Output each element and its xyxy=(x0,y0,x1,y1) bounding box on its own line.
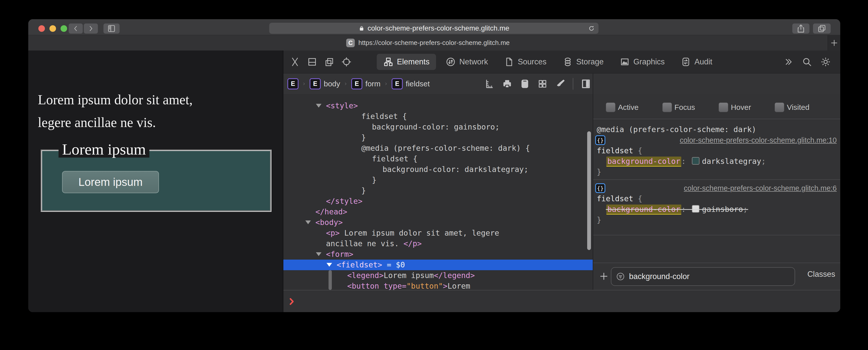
disclosure-triangle-icon[interactable] xyxy=(316,104,321,108)
dom-row[interactable]: fieldset { xyxy=(283,111,593,122)
inspector-tab-graphics[interactable]: Graphics xyxy=(613,54,671,70)
css-selector: fieldset xyxy=(597,146,633,155)
pseudo-state-visited[interactable]: Visited xyxy=(775,103,809,112)
dom-segment-txt: } xyxy=(361,186,366,195)
lock-icon xyxy=(359,25,365,32)
breadcrumb-item-body[interactable]: Ebody xyxy=(310,78,340,89)
rule-source-link[interactable]: color-scheme-prefers-color-scheme.glitch… xyxy=(680,135,837,145)
dom-row[interactable]: fieldset { xyxy=(283,153,593,164)
pseudo-state-active[interactable]: Active xyxy=(606,103,639,112)
pseudo-state-focus[interactable]: Focus xyxy=(662,103,695,112)
device-settings-button[interactable] xyxy=(520,79,530,89)
zoom-window-button[interactable] xyxy=(61,25,67,32)
inspector-tab-sources[interactable]: Sources xyxy=(498,54,553,70)
audit-icon xyxy=(681,57,691,67)
element-picker-button[interactable] xyxy=(341,57,351,67)
dom-row[interactable]: background-color: darkslategray; xyxy=(283,164,593,175)
disclosure-triangle-icon[interactable] xyxy=(327,263,332,267)
address-bar[interactable]: color-scheme-prefers-color-scheme.glitch… xyxy=(269,23,598,34)
css-selector: fieldset xyxy=(597,194,633,203)
dom-row[interactable]: ancillae ne vis. </p> xyxy=(283,238,593,249)
dom-row[interactable]: } xyxy=(283,132,593,143)
grid-overlay-button[interactable] xyxy=(537,79,548,89)
style-filter-input[interactable] xyxy=(628,272,790,281)
force-pseudo-button[interactable] xyxy=(555,79,565,89)
element-badge: E xyxy=(351,78,362,89)
checkbox[interactable] xyxy=(719,103,728,112)
settings-button[interactable] xyxy=(820,57,831,67)
dom-row[interactable]: } xyxy=(283,175,593,185)
style-filter-bar: Classes xyxy=(593,263,840,290)
color-swatch[interactable] xyxy=(692,157,700,165)
style-filter-field xyxy=(611,267,795,286)
dom-row[interactable]: </style> xyxy=(283,196,593,207)
sidebar-toggle-button[interactable] xyxy=(103,24,120,34)
dom-row[interactable]: <form> xyxy=(283,249,593,260)
dom-segment-txt: background-color: darkslategray; xyxy=(382,165,528,174)
breadcrumb-item-html[interactable]: E xyxy=(287,78,299,89)
dom-row[interactable]: <body> xyxy=(283,217,593,228)
css-punctuation: ; xyxy=(761,157,766,166)
dom-row[interactable]: <style> xyxy=(283,100,593,111)
forward-button[interactable] xyxy=(84,24,98,34)
new-tab-button[interactable] xyxy=(828,35,840,51)
inspector-tab-storage[interactable]: Storage xyxy=(556,54,610,70)
css-property-value[interactable]: darkslategray xyxy=(702,157,761,166)
dom-row-text: <button type="button">Lorem xyxy=(283,281,470,290)
active-tab[interactable]: C https://color-scheme-prefers-color-sch… xyxy=(28,35,828,51)
chevron-right-icon xyxy=(88,24,94,33)
css-declaration[interactable]: background-color: darkslategray; xyxy=(606,156,766,167)
dom-row[interactable]: <fieldset> = $0 xyxy=(283,260,593,270)
reload-icon[interactable] xyxy=(588,25,595,32)
breadcrumb-item-form[interactable]: Eform xyxy=(351,78,380,89)
dom-row[interactable]: <p> Lorem ipsum dolor sit amet, legere xyxy=(283,228,593,238)
css-property-name[interactable]: background-color xyxy=(606,156,681,167)
close-window-button[interactable] xyxy=(38,25,45,32)
graphics-icon xyxy=(620,57,630,67)
rule-source-link[interactable]: color-scheme-prefers-color-scheme.glitch… xyxy=(684,183,837,194)
separator xyxy=(593,179,840,180)
details-sidebar-toggle-button[interactable] xyxy=(581,79,591,89)
inspector-tab-elements[interactable]: Elements xyxy=(377,54,436,70)
inspector-navigation-bar: EEbodyEformEfieldset StylesComputedChang… xyxy=(283,74,840,94)
rule-origin-row: {}color-scheme-prefers-color-scheme.glit… xyxy=(593,135,840,145)
overflow-tabs-button[interactable] xyxy=(783,57,793,67)
dock-undock-button[interactable] xyxy=(324,57,334,67)
close-inspector-button[interactable] xyxy=(290,57,300,67)
new-rule-plus-icon[interactable] xyxy=(599,271,609,281)
search-button[interactable] xyxy=(802,57,812,67)
inspector-tab-audit[interactable]: Audit xyxy=(674,54,719,70)
breadcrumb-item-fieldset[interactable]: Efieldset xyxy=(392,78,430,89)
pseudo-state-hover[interactable]: Hover xyxy=(719,103,751,112)
dock-bottom-button[interactable] xyxy=(307,57,317,67)
inspector-toolbar-right xyxy=(783,57,840,67)
dom-row[interactable]: </head> xyxy=(283,207,593,217)
element-badge: E xyxy=(392,78,403,89)
show-rulers-button[interactable] xyxy=(485,79,495,89)
checkbox[interactable] xyxy=(606,103,615,112)
tab-overview-button[interactable] xyxy=(813,24,831,34)
dom-scrollbar-thumb[interactable] xyxy=(587,131,591,250)
dom-segment-eq: = $0 xyxy=(382,260,405,269)
classes-button[interactable]: Classes xyxy=(807,270,835,279)
checkbox[interactable] xyxy=(662,103,672,112)
dom-row[interactable]: @media (prefers-color-scheme: dark) { xyxy=(283,143,593,153)
checkbox[interactable] xyxy=(775,103,784,112)
dom-row[interactable]: background-color: gainsboro; xyxy=(283,122,593,132)
back-button[interactable] xyxy=(69,24,83,34)
dom-row[interactable]: } xyxy=(283,185,593,196)
disclosure-triangle-icon[interactable] xyxy=(305,221,311,224)
rule-selector: fieldset { xyxy=(597,145,643,156)
print-styles-button[interactable] xyxy=(502,79,512,89)
dom-segment-tag: <legend> xyxy=(347,271,384,280)
page-button[interactable]: Lorem ipsum xyxy=(62,171,159,193)
share-button[interactable] xyxy=(792,24,809,34)
css-declaration[interactable]: background-color: gainsboro; xyxy=(606,204,748,215)
console-prompt-bar[interactable] xyxy=(283,290,840,312)
search-icon xyxy=(802,57,812,67)
inspector-tab-network[interactable]: Network xyxy=(439,54,495,70)
disclosure-triangle-icon[interactable] xyxy=(316,252,321,256)
minimize-window-button[interactable] xyxy=(50,25,56,32)
color-swatch[interactable] xyxy=(692,205,700,213)
dom-row-text: @media (prefers-color-scheme: dark) { xyxy=(283,143,530,153)
